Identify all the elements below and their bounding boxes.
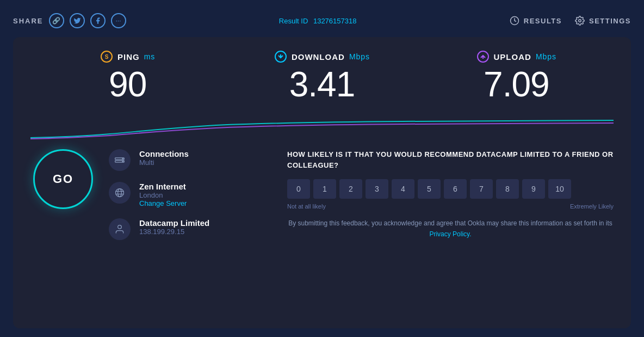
ping-value: 90 <box>30 65 225 103</box>
stats-row: S PING ms 90 DOWNLOAD Mbps <box>30 50 614 103</box>
nps-section: HOW LIKELY IS IT THAT YOU WOULD RECOMMEN… <box>274 149 614 239</box>
user-icon <box>109 218 131 240</box>
host-text: Datacamp Limited 138.199.29.15 <box>139 218 209 236</box>
change-server-link[interactable]: Change Server <box>139 199 187 207</box>
upload-block: UPLOAD Mbps 7.09 <box>419 50 614 103</box>
svg-point-16 <box>118 225 122 229</box>
svg-point-1 <box>579 20 581 22</box>
nps-feedback: By submitting this feedback, you acknowl… <box>287 218 614 239</box>
download-value: 3.41 <box>225 65 419 103</box>
nps-btn-0[interactable]: 0 <box>287 179 310 199</box>
isp-row: Zen Internet London Change Server <box>109 182 261 207</box>
nps-labels: Not at all likely Extremely Likely <box>287 203 614 210</box>
app-container: SHARE 🔗 ··· Result ID 13276157318 RESULT… <box>0 0 644 337</box>
nps-btn-7[interactable]: 7 <box>470 179 493 199</box>
ping-block: S PING ms 90 <box>30 50 225 103</box>
nps-btn-8[interactable]: 8 <box>496 179 519 199</box>
globe-icon <box>109 182 131 204</box>
go-button-container: GO <box>30 149 96 209</box>
svg-point-13 <box>118 189 122 197</box>
connections-icon <box>109 149 131 171</box>
host-row: Datacamp Limited 138.199.29.15 <box>109 218 261 240</box>
server-info: Connections Multi <box>109 149 261 240</box>
nps-scale: 0 1 2 3 4 5 6 7 8 9 10 <box>287 179 614 199</box>
svg-point-10 <box>122 158 123 160</box>
nps-question: HOW LIKELY IS IT THAT YOU WOULD RECOMMEN… <box>287 149 614 170</box>
connections-text: Connections Multi <box>139 149 189 167</box>
svg-point-12 <box>116 189 124 197</box>
nav-buttons: RESULTS SETTINGS <box>510 16 631 26</box>
nps-label-right: Extremely Likely <box>570 203 614 210</box>
more-icon[interactable]: ··· <box>111 13 126 28</box>
share-label: SHARE <box>13 17 44 25</box>
nps-btn-5[interactable]: 5 <box>418 179 441 199</box>
nps-btn-6[interactable]: 6 <box>444 179 467 199</box>
svg-text:S: S <box>105 54 109 60</box>
twitter-icon[interactable] <box>70 13 85 28</box>
nps-btn-9[interactable]: 9 <box>522 179 545 199</box>
share-section: SHARE 🔗 ··· <box>13 13 126 28</box>
main-card: S PING ms 90 DOWNLOAD Mbps <box>13 37 631 328</box>
nps-btn-10[interactable]: 10 <box>548 179 571 199</box>
link-icon[interactable]: 🔗 <box>49 13 64 28</box>
settings-button[interactable]: SETTINGS <box>575 16 631 26</box>
facebook-icon[interactable] <box>90 13 106 28</box>
nps-label-left: Not at all likely <box>287 203 326 210</box>
nps-btn-2[interactable]: 2 <box>339 179 362 199</box>
go-button[interactable]: GO <box>33 149 93 209</box>
result-id: Result ID 13276157318 <box>279 17 357 25</box>
isp-text: Zen Internet London Change Server <box>139 182 187 207</box>
download-block: DOWNLOAD Mbps 3.41 <box>225 50 419 103</box>
privacy-policy-link[interactable]: Privacy Policy. <box>429 230 471 238</box>
nps-btn-1[interactable]: 1 <box>313 179 336 199</box>
results-button[interactable]: RESULTS <box>510 16 562 26</box>
svg-point-11 <box>122 161 123 162</box>
chart-area <box>30 108 614 140</box>
nps-btn-4[interactable]: 4 <box>392 179 414 199</box>
bottom-section: GO Connections Mu <box>30 149 614 240</box>
upload-value: 7.09 <box>419 65 614 103</box>
nps-btn-3[interactable]: 3 <box>366 179 388 199</box>
top-bar: SHARE 🔗 ··· Result ID 13276157318 RESULT… <box>13 9 631 37</box>
connections-row: Connections Multi <box>109 149 261 171</box>
